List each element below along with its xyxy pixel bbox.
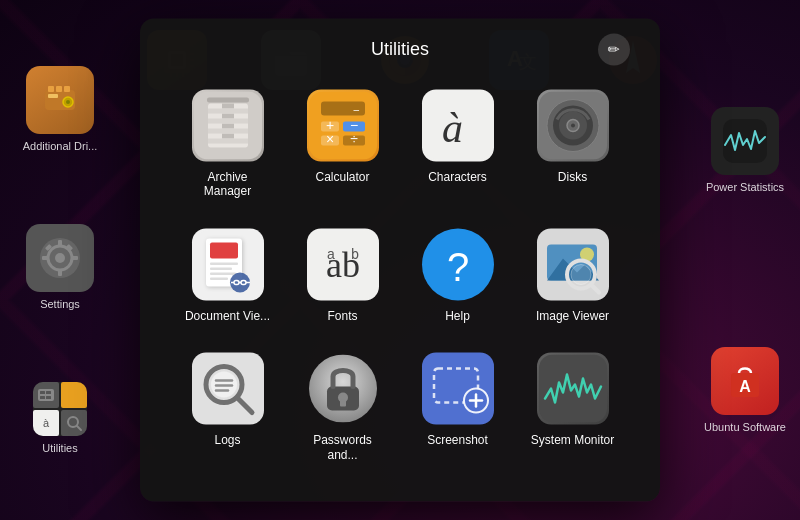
image-viewer-label: Image Viewer — [536, 308, 609, 322]
svg-rect-1 — [48, 86, 54, 92]
svg-rect-56 — [208, 119, 248, 124]
svg-rect-52 — [222, 114, 234, 119]
sidebar-right: Power Statistics A Ubuntu Software — [690, 0, 800, 520]
svg-rect-82 — [210, 267, 232, 270]
characters-label: Characters — [428, 170, 487, 184]
app-item-characters[interactable]: à Characters — [400, 80, 515, 209]
svg-text:?: ? — [446, 244, 468, 288]
svg-text:÷: ÷ — [350, 131, 358, 147]
svg-rect-4 — [48, 94, 58, 98]
help-icon: ? — [422, 228, 494, 300]
ubuntu-software-icon: A — [711, 347, 779, 415]
svg-line-22 — [77, 426, 81, 430]
document-viewer-icon — [192, 228, 264, 300]
svg-rect-19 — [40, 396, 45, 399]
app-item-system-monitor[interactable]: System Monitor — [515, 343, 630, 472]
modal-header: Utilities ✎ — [170, 39, 630, 60]
svg-point-102 — [571, 264, 591, 284]
svg-rect-53 — [222, 124, 234, 129]
svg-text:à: à — [442, 105, 463, 151]
svg-text:×: × — [325, 131, 333, 147]
svg-rect-55 — [208, 109, 248, 114]
app-item-fonts[interactable]: ab a b Fonts — [285, 218, 400, 332]
sidebar-item-additional-drivers[interactable]: Additional Dri... — [23, 66, 98, 152]
system-monitor-icon — [537, 353, 609, 425]
sidebar-item-settings[interactable]: Settings — [26, 224, 94, 310]
svg-rect-58 — [208, 139, 248, 144]
app-item-archive-manager[interactable]: Archive Manager — [170, 80, 285, 209]
svg-rect-3 — [64, 86, 70, 92]
app-item-disks[interactable]: Disks — [515, 80, 630, 209]
svg-rect-10 — [58, 240, 62, 246]
apps-grid: Archive Manager – + − × — [170, 80, 630, 472]
app-item-help[interactable]: ? Help — [400, 218, 515, 332]
utilities-modal: Utilities ✎ — [140, 19, 660, 502]
characters-icon: à — [422, 90, 494, 162]
svg-rect-18 — [46, 391, 51, 394]
svg-text:b: b — [350, 245, 358, 261]
svg-text:A: A — [739, 378, 751, 395]
fonts-icon: ab a b — [307, 228, 379, 300]
archive-manager-icon — [192, 90, 264, 162]
additional-drivers-label: Additional Dri... — [23, 140, 98, 152]
document-viewer-label: Document Vie... — [185, 308, 270, 322]
svg-rect-83 — [210, 272, 236, 275]
app-item-document-viewer[interactable]: Document Vie... — [170, 218, 285, 332]
svg-rect-2 — [56, 86, 62, 92]
svg-rect-84 — [210, 277, 228, 280]
svg-rect-80 — [210, 242, 238, 258]
svg-rect-17 — [40, 391, 45, 394]
power-statistics-icon — [711, 107, 779, 175]
svg-rect-114 — [340, 400, 346, 407]
svg-rect-13 — [72, 256, 78, 260]
fonts-label: Fonts — [327, 308, 357, 322]
svg-rect-20 — [46, 396, 51, 399]
svg-text:–: – — [353, 104, 359, 115]
passwords-label: Passwords and... — [298, 433, 388, 462]
sidebar-item-power-statistics[interactable]: Power Statistics — [706, 107, 784, 193]
screenshot-icon — [422, 353, 494, 425]
screenshot-label: Screenshot — [427, 433, 488, 447]
utilities-icon: à — [33, 382, 87, 436]
disks-label: Disks — [558, 170, 587, 184]
ubuntu-software-label: Ubuntu Software — [704, 421, 786, 433]
svg-rect-57 — [208, 129, 248, 134]
logs-label: Logs — [214, 433, 240, 447]
app-item-screenshot[interactable]: Screenshot — [400, 343, 515, 472]
pencil-icon: ✎ — [604, 39, 624, 59]
settings-icon — [26, 224, 94, 292]
modal-title: Utilities — [371, 39, 429, 60]
additional-drivers-icon — [26, 66, 94, 134]
sidebar-item-ubuntu-software[interactable]: A Ubuntu Software — [704, 347, 786, 433]
image-viewer-icon — [537, 228, 609, 300]
calculator-icon: – + − × ÷ — [307, 90, 379, 162]
sidebar-item-utilities[interactable]: à Utilities — [33, 382, 87, 454]
sidebar-left: Additional Dri... Settings — [0, 0, 120, 520]
app-item-passwords[interactable]: Passwords and... — [285, 343, 400, 472]
svg-rect-51 — [222, 104, 234, 109]
help-label: Help — [445, 308, 470, 322]
archive-manager-label: Archive Manager — [183, 170, 273, 199]
utilities-label: Utilities — [42, 442, 77, 454]
edit-button[interactable]: ✎ — [598, 33, 630, 65]
svg-rect-16 — [38, 389, 54, 401]
svg-rect-12 — [42, 256, 48, 260]
svg-text:a: a — [327, 245, 335, 261]
calculator-label: Calculator — [315, 170, 369, 184]
settings-label: Settings — [40, 298, 80, 310]
app-item-logs[interactable]: Logs — [170, 343, 285, 472]
svg-point-77 — [571, 124, 575, 128]
logs-icon — [192, 353, 264, 425]
app-item-image-viewer[interactable]: Image Viewer — [515, 218, 630, 332]
power-statistics-label: Power Statistics — [706, 181, 784, 193]
system-monitor-label: System Monitor — [531, 433, 614, 447]
svg-point-9 — [55, 253, 65, 263]
disks-icon — [537, 90, 609, 162]
svg-rect-54 — [222, 134, 234, 139]
svg-rect-11 — [58, 270, 62, 276]
svg-point-6 — [66, 100, 70, 104]
passwords-icon — [307, 353, 379, 425]
app-item-calculator[interactable]: – + − × ÷ Calculator — [285, 80, 400, 209]
svg-rect-81 — [210, 262, 238, 265]
